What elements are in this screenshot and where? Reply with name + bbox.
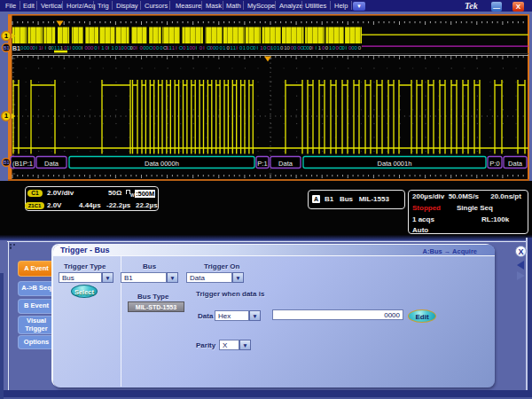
svg-text:(B1P:1: (B1P:1 (12, 160, 33, 168)
svg-text:B1: B1 (12, 45, 20, 51)
svg-text:1: 1 (4, 112, 9, 120)
svg-text:Data: Data (44, 160, 59, 168)
svg-text:Data 0001h: Data 0001h (378, 160, 412, 168)
svg-text:P:0: P:0 (489, 160, 499, 168)
svg-text:P:1: P:1 (257, 160, 267, 168)
svg-text:1: 1 (4, 32, 9, 40)
svg-text:Data: Data (278, 160, 293, 168)
svg-text:B1: B1 (3, 45, 9, 51)
svg-text:B1: B1 (3, 160, 9, 165)
svg-text:Data 0000h: Data 0000h (145, 160, 179, 168)
svg-text:Data: Data (508, 160, 523, 168)
